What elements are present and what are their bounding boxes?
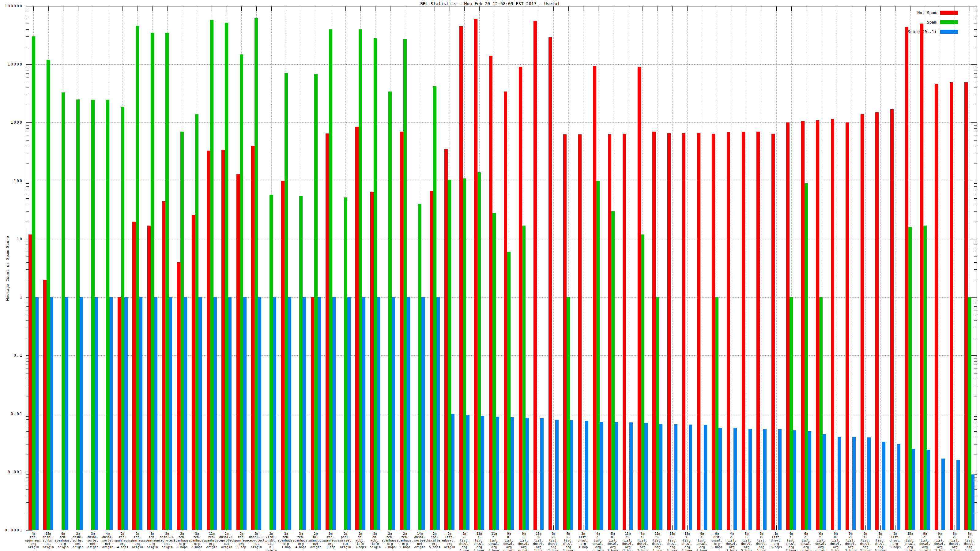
x-bottom-tick xyxy=(851,525,851,530)
bar-not-spam xyxy=(563,134,566,530)
bar-not-spam xyxy=(533,21,537,530)
bar-not-spam xyxy=(549,37,552,530)
bar-score xyxy=(927,450,930,530)
y-minor-tick xyxy=(974,454,977,455)
y-tick-label: 0.1 xyxy=(0,353,23,357)
bar-spam xyxy=(210,20,213,530)
x-top-tick xyxy=(48,6,49,11)
bar-score xyxy=(288,297,291,530)
y-minor-tick xyxy=(26,9,29,9)
bar-not-spam xyxy=(29,235,32,530)
bar-not-spam xyxy=(964,83,968,530)
bar-not-spam xyxy=(400,132,403,530)
y-minor-tick xyxy=(974,386,977,386)
bar-not-spam xyxy=(474,19,477,530)
y-minor-tick xyxy=(26,47,29,47)
y-minor-tick xyxy=(974,163,977,164)
y-major-tick xyxy=(26,6,32,6)
y-minor-tick xyxy=(974,358,977,359)
x-bottom-tick xyxy=(762,525,762,530)
bar-spam xyxy=(433,86,436,530)
y-minor-tick xyxy=(974,242,977,242)
y-minor-tick xyxy=(974,15,977,15)
bar-not-spam xyxy=(638,67,641,530)
bar-score xyxy=(793,430,796,530)
y-minor-tick xyxy=(26,211,29,211)
x-bottom-tick xyxy=(583,525,584,530)
bar-score xyxy=(139,297,142,530)
bar-not-spam xyxy=(519,67,522,530)
y-minor-tick xyxy=(974,444,977,445)
bar-score xyxy=(912,449,915,530)
bar-spam xyxy=(641,235,644,530)
bar-spam xyxy=(819,297,822,530)
x-top-tick xyxy=(227,6,227,11)
bar-score xyxy=(65,297,68,530)
x-top-tick xyxy=(643,6,643,11)
bar-spam xyxy=(151,33,154,530)
bar-not-spam xyxy=(801,121,805,530)
bar-not-spam xyxy=(460,26,463,530)
x-bottom-tick xyxy=(672,525,673,530)
y-minor-tick xyxy=(974,245,977,245)
y-minor-tick xyxy=(974,338,977,338)
bar-not-spam xyxy=(875,112,879,530)
bar-spam xyxy=(299,196,302,530)
bar-score xyxy=(748,429,752,530)
y-minor-tick xyxy=(974,300,977,300)
y-minor-tick xyxy=(974,70,977,70)
y-minor-tick xyxy=(974,373,977,373)
bar-not-spam xyxy=(697,133,700,530)
bar-score xyxy=(318,297,321,530)
x-top-tick xyxy=(791,6,792,11)
y-minor-tick xyxy=(974,73,977,74)
bar-score xyxy=(540,418,544,530)
x-top-tick xyxy=(360,6,361,11)
x-top-tick xyxy=(702,6,702,11)
bar-score xyxy=(897,444,900,530)
bar-not-spam xyxy=(311,297,314,530)
bar-score xyxy=(273,297,276,530)
y-major-tick xyxy=(970,530,977,530)
y-minor-tick xyxy=(26,163,29,164)
bar-score xyxy=(704,425,707,530)
x-top-tick xyxy=(286,6,286,11)
x-top-tick xyxy=(479,6,480,11)
y-minor-tick xyxy=(26,19,29,19)
bar-not-spam xyxy=(236,174,240,530)
y-minor-tick xyxy=(974,146,977,146)
y-minor-tick xyxy=(974,183,977,184)
x-bottom-tick xyxy=(687,525,687,530)
x-top-tick xyxy=(598,6,598,11)
y-major-tick xyxy=(26,530,32,530)
y-minor-tick xyxy=(26,128,29,129)
bar-not-spam xyxy=(430,191,433,530)
y-minor-tick xyxy=(974,87,977,88)
y-minor-tick xyxy=(26,204,29,204)
bar-score xyxy=(392,297,395,530)
bar-score xyxy=(332,297,336,530)
bar-score xyxy=(778,429,781,530)
bar-spam xyxy=(611,211,615,530)
bar-score xyxy=(35,297,38,530)
x-top-tick xyxy=(33,6,34,11)
x-gridline xyxy=(851,6,851,530)
bar-spam xyxy=(255,18,258,530)
bar-score xyxy=(496,417,499,530)
bar-spam xyxy=(789,297,793,530)
y-minor-tick xyxy=(974,416,977,417)
bar-score xyxy=(377,297,380,530)
bar-score xyxy=(674,424,678,530)
bar-not-spam xyxy=(118,297,121,530)
y-minor-tick xyxy=(974,423,977,423)
bar-score xyxy=(659,424,662,530)
y-minor-tick xyxy=(974,280,977,280)
y-major-tick xyxy=(970,472,977,472)
bar-not-spam xyxy=(162,201,165,530)
bar-score xyxy=(95,297,98,530)
y-minor-tick xyxy=(974,37,977,37)
y-tick-label: 0.0001 xyxy=(0,528,23,532)
x-top-tick xyxy=(865,6,866,11)
y-tick-label: 10 xyxy=(0,237,23,241)
x-bottom-tick xyxy=(836,525,836,530)
